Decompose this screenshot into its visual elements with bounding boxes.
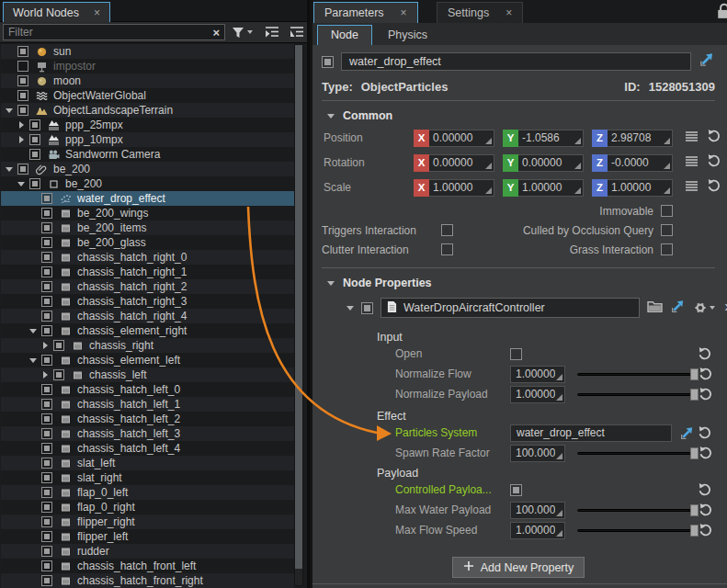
drag-grip-icon[interactable] (556, 374, 562, 380)
tree-item-be-200-items[interactable]: be_200_items (1, 220, 295, 235)
filter-input[interactable] (4, 26, 208, 39)
drag-grip-icon[interactable] (556, 453, 562, 459)
tree-item-chassis-hatch-right-3[interactable]: chassis_hatch_right_3 (1, 294, 295, 309)
visibility-checkbox[interactable] (41, 355, 52, 366)
clear-filter-icon[interactable]: × (208, 26, 224, 40)
open-checkbox[interactable] (510, 348, 522, 360)
rotation-y-field[interactable]: 0.00000 (518, 154, 584, 172)
normalize-payload-slider[interactable] (577, 386, 699, 403)
tree-item-be-200-glass[interactable]: be_200_glass (1, 235, 295, 250)
visibility-checkbox[interactable] (41, 237, 52, 248)
particles-system-field[interactable]: water_drop_effect (510, 424, 672, 442)
tree-item-chassis-hatch-left-0[interactable]: chassis_hatch_left_0 (1, 382, 295, 397)
reset-icon[interactable] (707, 178, 721, 197)
tree-item-rudder[interactable]: rudder (1, 544, 295, 559)
expand-arrow-icon[interactable] (40, 371, 51, 379)
controller-enabled-checkbox[interactable] (361, 302, 373, 314)
drag-grip-icon[interactable] (556, 510, 562, 516)
lock-icon[interactable] (717, 3, 727, 23)
tree-item-sun[interactable]: sun (1, 44, 295, 59)
normalize-flow-slider[interactable] (577, 366, 699, 383)
reset-icon[interactable] (699, 503, 713, 517)
visibility-checkbox[interactable] (41, 560, 52, 571)
collapse-arrow-icon[interactable] (28, 329, 39, 334)
visibility-checkbox[interactable] (41, 458, 52, 469)
visibility-checkbox[interactable] (41, 443, 52, 454)
visibility-checkbox[interactable] (29, 178, 40, 189)
tree-item-chassis-hatch-left-4[interactable]: chassis_hatch_left_4 (1, 441, 295, 456)
reset-icon[interactable] (698, 346, 712, 361)
tree-item-chassis-hatch-right-2[interactable]: chassis_hatch_right_2 (1, 279, 295, 294)
reset-icon[interactable] (699, 523, 713, 537)
visibility-checkbox[interactable] (17, 105, 28, 116)
rotation-z-field[interactable]: -0.0000 (608, 154, 673, 172)
visibility-checkbox[interactable] (41, 428, 52, 439)
position-x-field[interactable]: 0.00000 (429, 130, 494, 147)
add-new-property-button[interactable]: Add New Property (452, 557, 585, 578)
visibility-checkbox[interactable] (41, 222, 52, 233)
folder-icon[interactable] (647, 300, 663, 317)
tree-item-chassis-right[interactable]: chassis_right (1, 338, 295, 353)
collapse-arrow-icon[interactable] (346, 306, 354, 311)
node-enabled-checkbox[interactable] (322, 56, 334, 68)
jump-to-asset-icon[interactable] (670, 299, 686, 318)
reset-icon[interactable] (699, 367, 713, 381)
tab-settings[interactable]: Settings × (437, 2, 523, 23)
visibility-checkbox[interactable] (41, 325, 52, 336)
tree-item-chassis-hatch-front-left[interactable]: chassis_hatch_front_left (1, 559, 295, 573)
max-flow-speed-field[interactable]: 1.00000 (510, 522, 565, 539)
culled-by-occlusion-checkbox[interactable] (661, 224, 673, 236)
drag-grip-icon[interactable] (664, 187, 670, 194)
grass-interaction-checkbox[interactable] (661, 243, 673, 255)
drag-grip-icon[interactable] (485, 163, 492, 169)
visibility-checkbox[interactable] (41, 531, 52, 542)
spawn-rate-field[interactable]: 100.000 (510, 445, 565, 462)
drag-grip-icon[interactable] (556, 394, 562, 401)
normalize-payload-field[interactable]: 1.00000 (510, 386, 565, 403)
visibility-checkbox[interactable] (41, 516, 52, 527)
tab-node[interactable]: Node (317, 25, 372, 45)
slider-handle[interactable] (690, 389, 699, 401)
controlled-payload-checkbox[interactable] (510, 484, 522, 496)
visibility-checkbox[interactable] (41, 281, 52, 292)
filter-funnel-icon[interactable] (232, 26, 253, 39)
collapse-arrow-icon[interactable] (4, 167, 15, 172)
position-y-field[interactable]: -1.0586 (518, 130, 584, 147)
rotation-x-field[interactable]: 0.00000 (429, 154, 494, 172)
tree-item-chassis-element-right[interactable]: chassis_element_right (1, 323, 295, 338)
drag-grip-icon[interactable] (485, 138, 492, 144)
visibility-checkbox[interactable] (53, 340, 64, 351)
controller-name-field[interactable]: WaterDropAircraftController (381, 298, 640, 318)
close-icon[interactable]: × (505, 7, 512, 18)
normalize-flow-field[interactable]: 1.00000 (510, 366, 565, 383)
max-water-payload-slider[interactable] (577, 502, 699, 519)
slider-handle[interactable] (690, 504, 699, 516)
expand-arrow-icon[interactable] (16, 121, 27, 129)
tree-item-objectwaterglobal[interactable]: ObjectWaterGlobal (1, 88, 295, 103)
tree-item-flap-0-left[interactable]: flap_0_left (1, 485, 295, 500)
drag-grip-icon[interactable] (485, 187, 492, 194)
expand-tree-icon[interactable] (290, 26, 304, 39)
tree-item-ppp-10mpx[interactable]: ppp_10mpx (1, 132, 295, 147)
visibility-checkbox[interactable] (41, 296, 52, 307)
drag-grip-icon[interactable] (556, 530, 562, 537)
tree-item-ppp-25mpx[interactable]: ppp_25mpx (1, 118, 295, 132)
reset-icon[interactable] (707, 153, 721, 172)
tree-item-chassis-hatch-right-0[interactable]: chassis_hatch_right_0 (1, 250, 295, 265)
slider-handle[interactable] (690, 447, 699, 459)
section-common-header[interactable]: Common (327, 109, 715, 122)
visibility-checkbox[interactable] (29, 119, 40, 130)
gear-menu[interactable] (693, 300, 715, 315)
tree-scrollbar[interactable] (294, 44, 303, 586)
visibility-checkbox[interactable] (17, 61, 28, 72)
scale-z-field[interactable]: 1.00000 (608, 179, 673, 197)
tree-item-chassis-element-left[interactable]: chassis_element_left (1, 353, 295, 368)
slider-handle[interactable] (690, 525, 699, 537)
visibility-checkbox[interactable] (29, 134, 40, 145)
visibility-checkbox[interactable] (41, 502, 52, 513)
collapse-arrow-icon[interactable] (16, 182, 27, 187)
tree-item-flipper-right[interactable]: flipper_right (1, 514, 295, 529)
visibility-checkbox[interactable] (41, 472, 52, 483)
visibility-checkbox[interactable] (41, 546, 52, 557)
menu-icon[interactable] (685, 179, 699, 196)
